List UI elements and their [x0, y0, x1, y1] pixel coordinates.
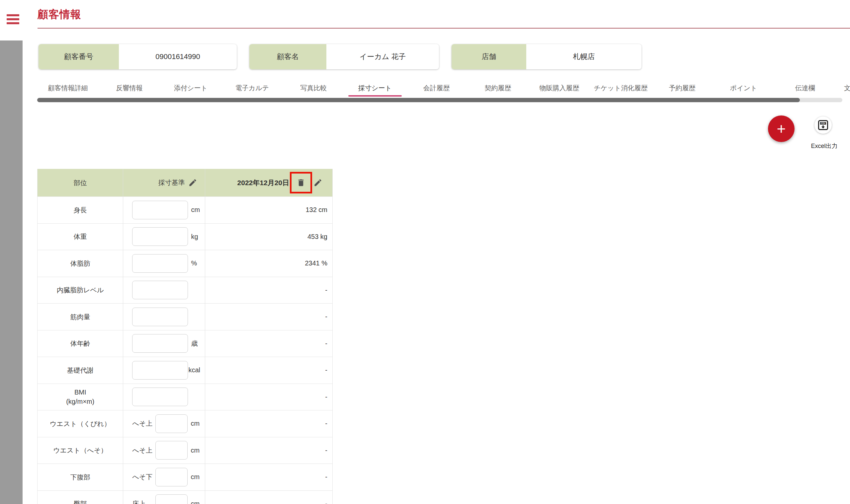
tabs-scrollbar-track[interactable]: [37, 98, 843, 102]
unit-label: cm: [191, 500, 200, 504]
standard-value-input[interactable]: [132, 334, 188, 353]
measurement-table-body: 身長cm132 cm体重kg453 kg体脂肪%2341 %内臓脂肪レベル-筋肉…: [37, 197, 332, 504]
part-label: 臀部: [37, 491, 123, 504]
sidebar-collapsed-rail: [0, 40, 22, 504]
part-label: 下腹部: [37, 464, 123, 490]
table-row-7: BMI(kg/m×m)-: [37, 384, 332, 411]
tab-11[interactable]: ポイント: [713, 79, 774, 97]
tab-5[interactable]: 採寸シート: [344, 79, 406, 97]
store-value: 札幌店: [526, 44, 641, 69]
standard-value-input[interactable]: [132, 388, 188, 406]
standard-cell: kcal: [123, 357, 205, 383]
tab-10[interactable]: 予約履歴: [652, 79, 713, 97]
measurement-value: -: [205, 410, 332, 437]
menu-icon-bar: [7, 22, 19, 24]
menu-icon-bar: [7, 18, 19, 20]
standard-value-input[interactable]: [132, 227, 188, 246]
table-row-10: 下腹部へそ下cm-: [37, 464, 332, 491]
customer-number-value: 09001614990: [119, 44, 237, 69]
tab-9[interactable]: チケット消化履歴: [590, 79, 652, 97]
standard-value-input[interactable]: [132, 308, 188, 326]
csv-download-icon: CSV: [817, 119, 829, 131]
svg-text:CSV: CSV: [821, 122, 826, 124]
tab-3[interactable]: 電子カルテ: [222, 79, 283, 97]
measurement-value: -: [205, 437, 332, 464]
standard-cell: 床上cm: [123, 491, 205, 504]
measurement-value: -: [205, 384, 332, 410]
standard-cell: 歳: [123, 330, 205, 357]
standard-value-input[interactable]: [132, 254, 188, 273]
measurement-value: -: [205, 277, 332, 304]
part-label: 体年齢: [37, 330, 123, 357]
standard-value-input[interactable]: [155, 494, 188, 504]
tab-13[interactable]: 文: [836, 79, 850, 97]
pencil-icon: [313, 178, 323, 187]
standard-cell: へそ上cm: [123, 437, 205, 464]
unit-label: cm: [191, 420, 200, 427]
standard-value-input[interactable]: [132, 281, 188, 299]
table-row-1: 体重kg453 kg: [37, 223, 332, 251]
table-row-2: 体脂肪%2341 %: [37, 250, 332, 277]
part-label: BMI(kg/m×m): [37, 384, 123, 410]
customer-summary-row: 顧客番号 09001614990 顧客名 イーカム 花子 店舗 札幌店: [38, 44, 641, 69]
customer-number-field: 顧客番号 09001614990: [38, 44, 237, 69]
measurement-table-header: 部位 採寸基準 2022年12月20日: [37, 169, 332, 197]
add-measurement-button[interactable]: +: [768, 115, 795, 142]
menu-icon[interactable]: [7, 14, 19, 24]
customer-number-label: 顧客番号: [38, 44, 119, 69]
measure-position-label: へそ下: [132, 472, 153, 482]
standard-value-input[interactable]: [132, 201, 188, 219]
customer-name-value: イーカム 花子: [326, 44, 439, 69]
table-row-5: 体年齢歳-: [37, 330, 332, 357]
tab-6[interactable]: 会計履歴: [406, 79, 467, 97]
tab-4[interactable]: 写真比較: [283, 79, 344, 97]
excel-export-label: Excel出力: [802, 142, 847, 150]
tab-2[interactable]: 添付シート: [160, 79, 222, 97]
measurement-table: 部位 採寸基準 2022年12月20日: [37, 169, 333, 504]
store-field: 店舗 札幌店: [452, 44, 641, 69]
part-label: ウエスト（へそ）: [37, 437, 123, 464]
excel-export-button[interactable]: CSV: [814, 116, 832, 134]
standard-value-input[interactable]: [155, 441, 188, 460]
tab-0[interactable]: 顧客情報詳細: [37, 79, 99, 97]
measure-position-label: へそ上: [132, 419, 153, 428]
part-label: 基礎代謝: [37, 357, 123, 383]
part-label: 体脂肪: [37, 250, 123, 277]
standard-value-input[interactable]: [132, 361, 188, 380]
standard-cell: kg: [123, 223, 205, 250]
part-label: 体重: [37, 223, 123, 250]
table-row-8: ウエスト（くびれ）へそ上cm-: [37, 410, 332, 437]
table-row-3: 内臓脂肪レベル-: [37, 277, 332, 304]
customer-name-label: 顧客名: [249, 44, 326, 69]
table-row-0: 身長cm132 cm: [37, 197, 332, 223]
pencil-icon: [188, 178, 197, 187]
header-date: 2022年12月20日: [205, 169, 332, 196]
measurement-value: 453 kg: [205, 223, 332, 250]
measure-position-label: へそ上: [132, 446, 153, 455]
tabs-scrollbar-thumb[interactable]: [37, 98, 800, 102]
part-label: 身長: [37, 197, 123, 223]
part-label: 筋肉量: [37, 304, 123, 330]
tab-8[interactable]: 物販購入履歴: [528, 79, 590, 97]
unit-label: cm: [191, 447, 200, 454]
header-standard-label: 採寸基準: [158, 178, 185, 187]
delete-measurement-button[interactable]: [296, 178, 306, 187]
standard-cell: へそ下cm: [123, 464, 205, 490]
measurement-value: -: [205, 357, 332, 383]
edit-standard-button[interactable]: [188, 178, 197, 187]
part-label: ウエスト（くびれ）: [37, 410, 123, 437]
unit-label: kcal: [188, 366, 200, 374]
tab-1[interactable]: 反響情報: [99, 79, 160, 97]
tab-7[interactable]: 契約履歴: [467, 79, 528, 97]
standard-value-input[interactable]: [155, 468, 188, 486]
tab-12[interactable]: 伝達欄: [774, 79, 836, 97]
measurement-date-label: 2022年12月20日: [238, 178, 289, 187]
unit-label: kg: [191, 233, 198, 240]
table-row-6: 基礎代謝kcal-: [37, 357, 332, 384]
measurement-value: -: [205, 491, 332, 504]
standard-value-input[interactable]: [155, 414, 188, 433]
edit-measurement-button[interactable]: [313, 178, 323, 187]
table-row-4: 筋肉量-: [37, 304, 332, 330]
standard-cell: [123, 304, 205, 330]
header-part: 部位: [37, 169, 123, 196]
